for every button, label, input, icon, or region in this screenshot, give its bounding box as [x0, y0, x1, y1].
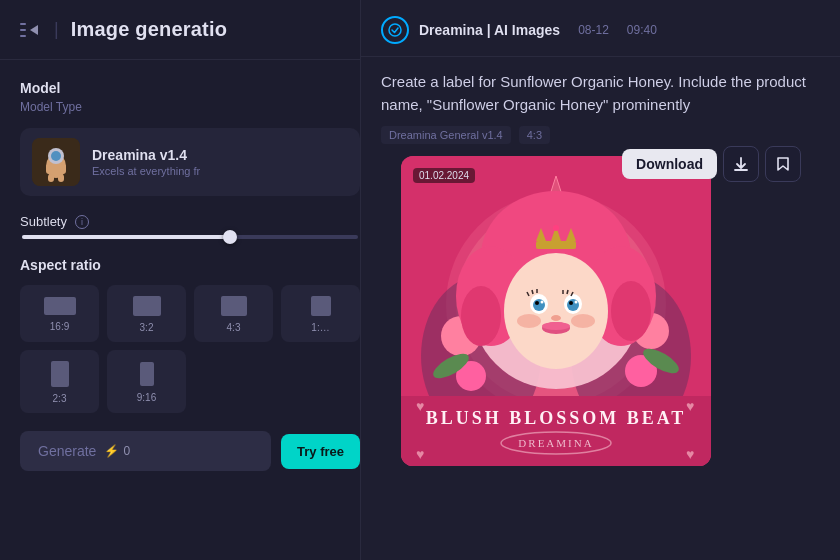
- svg-point-31: [611, 281, 651, 341]
- notification-time2: 09:40: [627, 23, 657, 37]
- model-section: Model Model Type: [20, 80, 360, 196]
- model-label: Model: [20, 80, 360, 96]
- svg-point-51: [571, 314, 595, 328]
- aspect-shape-1-1: [311, 296, 331, 316]
- svg-point-50: [517, 314, 541, 328]
- svg-text:♥: ♥: [686, 446, 694, 462]
- image-date-badge: 01.02.2024: [413, 168, 475, 183]
- aspect-label-4-3: 4:3: [227, 322, 241, 333]
- panel-content: Model Model Type: [0, 60, 380, 491]
- svg-point-32: [504, 253, 608, 369]
- aspect-btn-3-2[interactable]: 3:2: [107, 285, 186, 342]
- model-description: Excels at everything fr: [92, 165, 200, 177]
- left-panel: | Image generatio Model Model Type: [0, 0, 380, 560]
- model-thumbnail: [32, 138, 80, 186]
- generate-label: Generate: [38, 443, 96, 459]
- slider-fill: [22, 235, 230, 239]
- generated-image-wrapper: ♥ ♥ ♥ ♥ BLUSH BLOSSOM BEAT DREAMINA 01.0…: [381, 156, 731, 466]
- aspect-shape-2-3: [51, 361, 69, 387]
- aspect-label-9-16: 9:16: [137, 392, 156, 403]
- right-panel: Dreamina | AI Images 08-12 09:40 Create …: [360, 0, 840, 560]
- svg-point-38: [569, 301, 573, 305]
- svg-point-40: [575, 301, 578, 304]
- svg-rect-1: [20, 29, 26, 31]
- svg-text:♥: ♥: [686, 398, 694, 414]
- svg-rect-10: [58, 174, 64, 182]
- svg-point-47: [551, 315, 561, 321]
- generated-image: ♥ ♥ ♥ ♥ BLUSH BLOSSOM BEAT DREAMINA: [401, 156, 711, 466]
- aspect-label-3-2: 3:2: [140, 322, 154, 333]
- svg-point-37: [535, 301, 539, 305]
- svg-rect-0: [20, 23, 26, 25]
- notification-app-name: Dreamina | AI Images: [419, 22, 560, 38]
- page-title: Image generatio: [71, 18, 227, 41]
- svg-line-42: [532, 290, 533, 294]
- aspect-shape-16-9: [44, 297, 76, 315]
- bookmark-icon-btn[interactable]: [765, 146, 801, 182]
- notification-header: Dreamina | AI Images 08-12 09:40: [361, 0, 840, 57]
- aspect-label-16-9: 16:9: [50, 321, 69, 332]
- slider-track: [22, 235, 358, 239]
- aspect-ratio-grid-row2: 2:3 9:16: [20, 350, 360, 413]
- svg-text:BLUSH BLOSSOM BEAT: BLUSH BLOSSOM BEAT: [426, 408, 687, 428]
- aspect-shape-3-2: [133, 296, 161, 316]
- aspect-ratio-label: Aspect ratio: [20, 257, 360, 273]
- model-type-label: Model Type: [20, 100, 360, 114]
- svg-rect-8: [60, 164, 66, 174]
- sidebar-toggle-icon[interactable]: [20, 21, 42, 39]
- svg-point-6: [51, 151, 61, 161]
- aspect-shape-9-16: [140, 362, 154, 386]
- svg-rect-57: [401, 396, 711, 466]
- svg-rect-9: [48, 174, 54, 182]
- svg-text:♥: ♥: [416, 446, 424, 462]
- subtlety-label: Subtlety: [20, 214, 67, 229]
- svg-rect-52: [536, 241, 576, 249]
- generated-image-container: ♥ ♥ ♥ ♥ BLUSH BLOSSOM BEAT DREAMINA 01.0…: [401, 156, 711, 466]
- notification-tags: Dreamina General v1.4 4:3: [381, 126, 820, 144]
- aspect-btn-1-1[interactable]: 1:…: [281, 285, 360, 342]
- aspect-ratio-grid-row1: 16:9 3:2 4:3 1:…: [20, 285, 360, 342]
- subtlety-slider[interactable]: [20, 235, 360, 239]
- model-info: Dreamina v1.4 Excels at everything fr: [92, 147, 200, 177]
- download-button[interactable]: Download: [622, 149, 717, 179]
- header-divider: |: [54, 19, 59, 40]
- svg-rect-2: [20, 35, 26, 37]
- svg-text:♥: ♥: [416, 398, 424, 414]
- generate-cost-badge: ⚡ 0: [104, 444, 130, 458]
- app-icon: [381, 16, 409, 44]
- aspect-label-1-1: 1:…: [311, 322, 329, 333]
- tag-model: Dreamina General v1.4: [381, 126, 511, 144]
- model-name: Dreamina v1.4: [92, 147, 200, 163]
- subtlety-row: Subtlety i: [20, 214, 360, 229]
- subtlety-info-icon[interactable]: i: [75, 215, 89, 229]
- notification-body: Create a label for Sunflower Organic Hon…: [361, 57, 840, 480]
- model-card[interactable]: Dreamina v1.4 Excels at everything fr: [20, 128, 360, 196]
- svg-text:DREAMINA: DREAMINA: [518, 437, 593, 449]
- svg-point-30: [461, 286, 501, 346]
- aspect-btn-16-9[interactable]: 16:9: [20, 285, 99, 342]
- download-action-area: Download: [622, 146, 801, 182]
- generate-bar: Generate ⚡ 0 Try free: [20, 431, 360, 471]
- svg-line-45: [567, 290, 568, 294]
- generate-cost: 0: [123, 444, 130, 458]
- slider-thumb[interactable]: [223, 230, 237, 244]
- aspect-shape-4-3: [221, 296, 247, 316]
- aspect-btn-2-3[interactable]: 2:3: [20, 350, 99, 413]
- svg-rect-7: [46, 164, 52, 174]
- aspect-btn-9-16[interactable]: 9:16: [107, 350, 186, 413]
- lightning-icon: ⚡: [104, 444, 119, 458]
- header-bar: | Image generatio: [0, 0, 380, 60]
- svg-point-36: [567, 299, 579, 311]
- aspect-btn-4-3[interactable]: 4:3: [194, 285, 273, 342]
- download-icon-btn[interactable]: [723, 146, 759, 182]
- try-free-button[interactable]: Try free: [281, 434, 360, 469]
- notification-time: 08-12: [578, 23, 609, 37]
- svg-point-56: [553, 225, 559, 231]
- notification-message: Create a label for Sunflower Organic Hon…: [381, 71, 820, 116]
- svg-point-39: [541, 301, 544, 304]
- svg-point-11: [389, 24, 401, 36]
- tag-ratio: 4:3: [519, 126, 550, 144]
- svg-point-35: [533, 299, 545, 311]
- generate-button[interactable]: Generate ⚡ 0: [20, 431, 271, 471]
- svg-point-49: [542, 322, 570, 330]
